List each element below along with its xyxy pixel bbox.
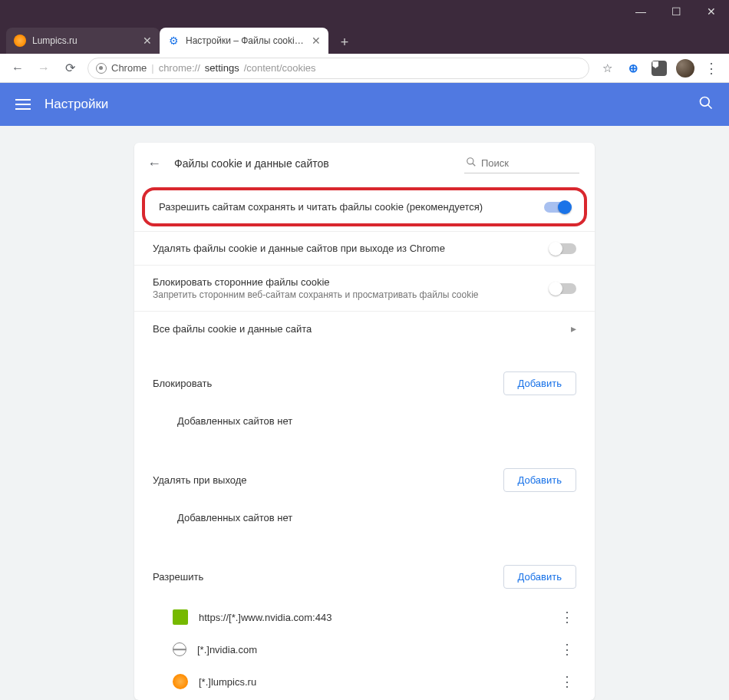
section-title: Удалять при выходе	[153, 474, 503, 486]
empty-message: Добавленных сайтов нет	[134, 504, 595, 539]
search-input[interactable]	[481, 157, 578, 169]
extension-shield-icon[interactable]: ⛊	[648, 57, 671, 80]
toggle-switch[interactable]	[550, 243, 576, 254]
section-title: Блокировать	[153, 378, 503, 389]
page-title: Файлы cookie и данные сайтов	[174, 157, 454, 170]
search-icon[interactable]	[698, 95, 714, 114]
close-tab-icon[interactable]: ✕	[143, 35, 152, 47]
page-search[interactable]	[464, 154, 579, 173]
omnibox[interactable]: Chrome | chrome://settings/content/cooki…	[87, 58, 589, 79]
chrome-menu-button[interactable]: ⋮	[700, 57, 723, 80]
url-host: settings	[205, 62, 239, 74]
extension-globe-icon[interactable]: ⊕	[622, 57, 645, 80]
globe-icon	[173, 642, 186, 656]
star-icon[interactable]: ☆	[595, 57, 618, 80]
site-url: https://[*.]www.nvidia.com:443	[199, 612, 547, 623]
back-arrow-icon[interactable]: ←	[145, 156, 163, 172]
forward-button[interactable]: →	[32, 57, 55, 80]
chrome-icon	[96, 63, 107, 74]
allow-section-header: Разрешить Добавить	[134, 559, 595, 601]
tab-label: Настройки – Файлы cookie и да	[186, 35, 305, 46]
tab-lumpics[interactable]: Lumpics.ru ✕	[6, 28, 160, 54]
tab-settings[interactable]: ⚙ Настройки – Файлы cookie и да ✕	[160, 28, 328, 54]
url-path: /content/cookies	[244, 62, 316, 74]
settings-header: Настройки	[0, 83, 729, 126]
chevron-right-icon: ▸	[571, 322, 576, 335]
setting-label: Все файлы cookie и данные сайта	[153, 323, 571, 335]
svg-line-3	[473, 163, 476, 167]
card-header: ← Файлы cookie и данные сайтов	[134, 143, 595, 180]
block-section-header: Блокировать Добавить	[134, 365, 595, 408]
minimize-button[interactable]: —	[623, 0, 658, 23]
kebab-menu-icon[interactable]: ⋮	[558, 609, 576, 626]
site-url: [*.]nvidia.com	[197, 644, 547, 655]
setting-label: Разрешить сайтам сохранять и читать файл…	[159, 201, 544, 213]
toggle-switch[interactable]	[550, 283, 576, 294]
add-button[interactable]: Добавить	[503, 468, 576, 492]
section-title: Разрешить	[153, 571, 503, 583]
maximize-button[interactable]: ☐	[658, 0, 694, 23]
new-tab-button[interactable]: +	[333, 31, 356, 54]
close-button[interactable]: ✕	[694, 0, 729, 23]
allowed-site-row[interactable]: https://[*.]www.nvidia.com:443 ⋮	[134, 601, 595, 633]
back-button[interactable]: ←	[6, 57, 29, 80]
site-favicon-icon	[173, 674, 188, 689]
svg-line-1	[708, 104, 712, 108]
omnibox-chip: Chrome	[111, 62, 147, 74]
content-area: ← Файлы cookie и данные сайтов Разрешить…	[0, 126, 729, 700]
kebab-menu-icon[interactable]: ⋮	[558, 673, 576, 690]
url-bar: ← → ⟳ Chrome | chrome://settings/content…	[0, 54, 729, 83]
kebab-menu-icon[interactable]: ⋮	[558, 641, 576, 658]
add-button[interactable]: Добавить	[503, 565, 576, 589]
setting-sublabel: Запретить сторонним веб-сайтам сохранять…	[153, 289, 550, 300]
settings-title: Настройки	[45, 97, 684, 112]
separator: |	[151, 62, 153, 74]
url-scheme: chrome://	[159, 62, 200, 74]
svg-point-2	[467, 158, 473, 164]
allowed-site-row[interactable]: [*.]lumpics.ru ⋮	[134, 665, 595, 698]
clear-on-exit-section-header: Удалять при выходе Добавить	[134, 462, 595, 504]
favicon-icon	[14, 35, 26, 47]
svg-point-0	[701, 97, 710, 106]
gear-icon: ⚙	[167, 35, 180, 47]
clear-on-exit-row[interactable]: Удалять файлы cookie и данные сайтов при…	[134, 231, 595, 265]
close-tab-icon[interactable]: ✕	[312, 35, 321, 47]
allowed-site-row[interactable]: [*.]nvidia.com ⋮	[134, 633, 595, 665]
setting-label: Удалять файлы cookie и данные сайтов при…	[153, 243, 550, 254]
site-favicon-icon	[173, 609, 188, 625]
profile-avatar[interactable]	[674, 57, 697, 80]
toggle-switch[interactable]	[544, 202, 570, 213]
settings-card: ← Файлы cookie и данные сайтов Разрешить…	[134, 143, 595, 700]
highlighted-setting: Разрешить сайтам сохранять и читать файл…	[134, 180, 595, 231]
empty-message: Добавленных сайтов нет	[134, 408, 595, 442]
menu-icon[interactable]	[15, 99, 31, 110]
tab-label: Lumpics.ru	[32, 35, 137, 46]
setting-label: Блокировать сторонние файлы cookie	[153, 276, 550, 288]
add-button[interactable]: Добавить	[503, 371, 576, 395]
search-icon	[466, 157, 477, 170]
all-site-data-row[interactable]: Все файлы cookie и данные сайта ▸	[134, 311, 595, 345]
tab-strip: Lumpics.ru ✕ ⚙ Настройки – Файлы cookie …	[0, 26, 729, 54]
window-titlebar: — ☐ ✕	[0, 0, 729, 26]
site-url: [*.]lumpics.ru	[199, 676, 547, 688]
block-third-party-row[interactable]: Блокировать сторонние файлы cookie Запре…	[134, 265, 595, 311]
allow-cookies-row[interactable]: Разрешить сайтам сохранять и читать файл…	[142, 187, 587, 226]
reload-button[interactable]: ⟳	[58, 57, 81, 80]
